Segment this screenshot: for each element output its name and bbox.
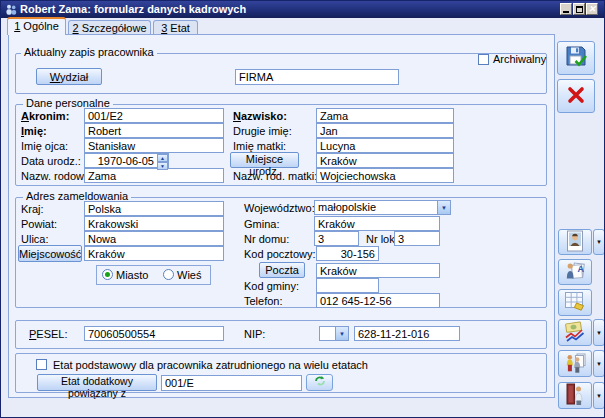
money-chart-icon — [563, 320, 587, 346]
postal-code-field[interactable] — [316, 246, 379, 261]
acronym-label: Akronim: — [21, 110, 69, 123]
window-title: Robert Zama: formularz danych kadrowych — [20, 3, 246, 15]
spinner-down-icon[interactable]: ▼ — [157, 162, 168, 170]
minimize-icon — [563, 11, 569, 13]
post-office-button[interactable]: Poczta — [259, 262, 305, 278]
first-name-field[interactable] — [84, 123, 224, 138]
linked-job-field[interactable] — [161, 375, 302, 391]
save-button[interactable] — [557, 41, 595, 75]
archival-checkbox-label: Archiwalny — [493, 53, 546, 66]
declarations-button[interactable]: A — [558, 259, 592, 285]
commune-code-field[interactable] — [316, 278, 379, 293]
person-document-icon: A — [564, 260, 586, 285]
close-icon: ✕ — [587, 4, 597, 14]
save-diskette-check-icon — [563, 44, 589, 73]
spinner-up-icon[interactable]: ▲ — [157, 154, 168, 162]
pesel-field[interactable] — [84, 326, 224, 341]
commune-field[interactable] — [314, 216, 440, 231]
linked-job-button[interactable]: Etat dodatkowy powiązany z — [37, 374, 157, 391]
nip-label: NIP: — [244, 328, 265, 341]
birth-place-button[interactable]: Miejsce urodz. — [230, 152, 299, 168]
payments-dropdown[interactable]: ▼ — [593, 319, 605, 346]
village-radio-label: Wieś — [177, 269, 201, 282]
pesel-label: PESEL: — [29, 328, 68, 341]
mother-name-field[interactable] — [316, 138, 454, 153]
acronym-field[interactable] — [84, 108, 224, 123]
dropdown-arrow-icon: ▼ — [596, 330, 602, 336]
link-refresh-icon — [313, 375, 327, 390]
first-name-label: Imię: — [21, 125, 47, 138]
svg-text:A: A — [578, 263, 585, 273]
multi-job-checkbox-label: Etat podstawowy dla pracownika zatrudnio… — [53, 359, 368, 372]
tab-szczegolowe[interactable]: 2 Szczegółowe — [68, 20, 151, 34]
city-radio[interactable] — [102, 269, 113, 280]
county-field[interactable] — [84, 216, 224, 231]
country-field[interactable] — [84, 201, 224, 216]
father-name-label: Imię ojca: — [21, 140, 68, 153]
family-name-field[interactable] — [84, 168, 224, 183]
cancel-button[interactable] — [557, 79, 595, 113]
middle-name-label: Drugie imię: — [233, 125, 292, 138]
city-radio-label: Miasto — [116, 269, 148, 282]
calendar-grid-icon — [563, 290, 587, 315]
employee-photo-dropdown[interactable]: ▼ — [593, 229, 605, 255]
nip-prefix-combobox[interactable]: ▼ — [319, 326, 349, 341]
archival-checkbox[interactable] — [478, 54, 489, 65]
street-field[interactable] — [84, 231, 224, 246]
tab-ogolne[interactable]: 1 Ogólne — [7, 17, 66, 35]
phone-field[interactable] — [316, 293, 440, 308]
title-bar[interactable]: Robert Zama: formularz danych kadrowych … — [1, 1, 604, 18]
work-calendar-button[interactable] — [558, 289, 592, 316]
dismissal-button[interactable] — [558, 382, 592, 409]
employee-photo-button[interactable] — [558, 229, 592, 255]
mother-family-name-label: Nazw. rod. matki: — [233, 170, 317, 183]
dismissal-dropdown[interactable]: ▼ — [593, 382, 605, 409]
birth-place-field[interactable] — [316, 153, 454, 168]
hr-data-button[interactable] — [558, 350, 592, 377]
dropdown-arrow-icon: ▼ — [596, 393, 602, 399]
county-label: Powiat: — [21, 218, 57, 231]
linked-job-action-button[interactable] — [306, 374, 333, 391]
father-name-field[interactable] — [84, 138, 224, 153]
flat-no-field[interactable] — [394, 231, 440, 246]
house-no-field[interactable] — [314, 231, 359, 246]
phone-label: Telefon: — [244, 295, 283, 308]
city-field[interactable] — [84, 246, 224, 261]
province-combobox[interactable]: małopolskie ▼ — [314, 200, 451, 215]
surname-label: Nazwisko: — [233, 110, 287, 123]
village-radio[interactable] — [163, 269, 174, 280]
post-office-field[interactable] — [316, 263, 440, 278]
postal-code-label: Kod pocztowy: — [244, 248, 316, 261]
country-label: Kraj: — [21, 203, 44, 216]
cancel-x-icon — [564, 83, 588, 110]
department-button[interactable]: Wydział — [36, 68, 102, 85]
tab-etat[interactable]: 3 Etat — [153, 20, 198, 34]
surname-field[interactable] — [316, 108, 454, 123]
birth-date-spinner[interactable]: ▲▼ — [157, 154, 168, 167]
birth-date-label: Data urodz.: — [21, 155, 81, 168]
maximize-icon — [576, 6, 583, 13]
mother-family-name-field[interactable] — [316, 168, 454, 183]
dropdown-arrow-icon: ▼ — [596, 361, 602, 367]
middle-name-field[interactable] — [316, 123, 454, 138]
person-door-icon — [564, 382, 586, 409]
minimize-button[interactable] — [560, 3, 572, 15]
dropdown-arrow-icon: ▼ — [596, 239, 602, 245]
people-icon — [5, 4, 17, 17]
window: Robert Zama: formularz danych kadrowych … — [0, 0, 605, 418]
nip-field[interactable] — [354, 326, 460, 341]
people-documents-icon — [564, 351, 586, 377]
commune-label: Gmina: — [244, 218, 279, 231]
department-field[interactable] — [235, 69, 399, 85]
city-button[interactable]: Miejscowość — [18, 245, 82, 262]
chevron-down-icon[interactable]: ▼ — [335, 327, 348, 340]
maximize-button[interactable] — [573, 3, 585, 15]
multi-job-checkbox[interactable] — [36, 359, 47, 370]
payments-button[interactable] — [558, 319, 592, 346]
chevron-down-icon[interactable]: ▼ — [437, 201, 450, 214]
hr-data-dropdown[interactable]: ▼ — [593, 350, 605, 377]
close-button[interactable]: ✕ — [586, 3, 598, 15]
nip-prefix-value — [320, 327, 335, 340]
province-label: Województwo: — [244, 202, 315, 215]
family-name-label: Nazw. rodowe: — [21, 170, 93, 183]
